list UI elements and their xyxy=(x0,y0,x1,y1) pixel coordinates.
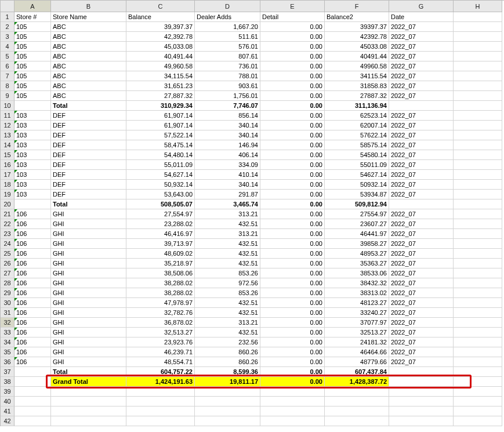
cell-B19[interactable]: DEF xyxy=(51,190,126,199)
row-header-14[interactable]: 14 xyxy=(1,140,14,150)
cell-H25[interactable] xyxy=(454,249,502,259)
cell-C33[interactable]: 32,513.27 xyxy=(126,328,195,337)
cell-G5[interactable]: 2022_07 xyxy=(389,52,454,61)
cell-H5[interactable] xyxy=(454,52,502,61)
cell-B4[interactable]: ABC xyxy=(51,42,126,52)
cell-E16[interactable]: 0.00 xyxy=(260,160,325,170)
cell-F15[interactable]: 54580.14 xyxy=(325,150,389,160)
cell-D34[interactable]: 232.56 xyxy=(195,337,260,347)
cell-F33[interactable]: 32513.27 xyxy=(325,328,389,337)
cell-E41[interactable] xyxy=(260,406,325,416)
cell-H18[interactable] xyxy=(454,180,502,190)
cell-A12[interactable]: 103 xyxy=(14,121,51,130)
row-header-26[interactable]: 26 xyxy=(1,259,14,268)
cell-G36[interactable]: 2022_07 xyxy=(389,357,454,367)
cell-D25[interactable]: 432.51 xyxy=(195,249,260,259)
cell-D7[interactable]: 788.01 xyxy=(195,71,260,81)
cell-G33[interactable]: 2022_07 xyxy=(389,328,454,337)
cell-C4[interactable]: 45,033.08 xyxy=(126,42,195,52)
cell-C19[interactable]: 53,643.00 xyxy=(126,190,195,199)
row-header-22[interactable]: 22 xyxy=(1,219,14,229)
cell-E14[interactable]: 0.00 xyxy=(260,140,325,150)
cell-H16[interactable] xyxy=(454,160,502,170)
cell-D42[interactable] xyxy=(195,416,260,426)
row-header-32[interactable]: 32 xyxy=(1,318,14,328)
cell-A15[interactable]: 103 xyxy=(14,150,51,160)
cell-F17[interactable]: 54627.14 xyxy=(325,170,389,180)
cell-H20[interactable] xyxy=(454,199,502,209)
cell-E6[interactable]: 0.00 xyxy=(260,61,325,71)
cell-A41[interactable] xyxy=(14,406,51,416)
cell-F16[interactable]: 55011.09 xyxy=(325,160,389,170)
cell-E38[interactable]: 0.00 xyxy=(260,377,325,387)
cell-A28[interactable]: 106 xyxy=(14,278,51,288)
cell-D40[interactable] xyxy=(195,397,260,406)
cell-F22[interactable]: 23607.27 xyxy=(325,219,389,229)
cell-E39[interactable] xyxy=(260,387,325,397)
row-header-12[interactable]: 12 xyxy=(1,121,14,130)
cell-E9[interactable]: 0.00 xyxy=(260,91,325,101)
row-header-24[interactable]: 24 xyxy=(1,239,14,249)
cell-D18[interactable]: 340.14 xyxy=(195,180,260,190)
cell-C38[interactable]: 1,424,191.63 xyxy=(126,377,195,387)
cell-C28[interactable]: 38,288.02 xyxy=(126,278,195,288)
cell-H13[interactable] xyxy=(454,130,502,140)
cell-F21[interactable]: 27554.97 xyxy=(325,209,389,219)
col-header-H[interactable]: H xyxy=(454,1,502,12)
cell-H24[interactable] xyxy=(454,239,502,249)
cell-B9[interactable]: ABC xyxy=(51,91,126,101)
cell-E17[interactable]: 0.00 xyxy=(260,170,325,180)
cell-F34[interactable]: 24181.32 xyxy=(325,337,389,347)
cell-A25[interactable]: 106 xyxy=(14,249,51,259)
cell-F40[interactable] xyxy=(325,397,389,406)
cell-E15[interactable]: 0.00 xyxy=(260,150,325,160)
cell-C8[interactable]: 31,651.23 xyxy=(126,81,195,91)
cell-E42[interactable] xyxy=(260,416,325,426)
cell-B35[interactable]: GHI xyxy=(51,347,126,357)
cell-E35[interactable]: 0.00 xyxy=(260,347,325,357)
cell-C13[interactable]: 57,522.14 xyxy=(126,130,195,140)
cell-C6[interactable]: 49,960.58 xyxy=(126,61,195,71)
cell-E12[interactable]: 0.00 xyxy=(260,121,325,130)
cell-G39[interactable] xyxy=(389,387,454,397)
cell-H17[interactable] xyxy=(454,170,502,180)
cell-H9[interactable] xyxy=(454,91,502,101)
cell-H42[interactable] xyxy=(454,416,502,426)
cell-H6[interactable] xyxy=(454,61,502,71)
row-header-39[interactable]: 39 xyxy=(1,387,14,397)
cell-A31[interactable]: 106 xyxy=(14,308,51,318)
cell-B30[interactable]: GHI xyxy=(51,298,126,308)
cell-C2[interactable]: 39,397.37 xyxy=(126,22,195,32)
cell-D21[interactable]: 313.21 xyxy=(195,209,260,219)
cell-D32[interactable]: 313.21 xyxy=(195,318,260,328)
cell-G19[interactable]: 2022_07 xyxy=(389,190,454,199)
cell-C21[interactable]: 27,554.97 xyxy=(126,209,195,219)
cell-B27[interactable]: GHI xyxy=(51,268,126,278)
cell-F29[interactable]: 38313.02 xyxy=(325,288,389,298)
cell-G38[interactable] xyxy=(389,377,454,387)
cell-D1[interactable]: Dealer Adds xyxy=(195,12,260,22)
cell-F36[interactable]: 48779.66 xyxy=(325,357,389,367)
cell-B1[interactable]: Store Name xyxy=(51,12,126,22)
cell-C5[interactable]: 40,491.44 xyxy=(126,52,195,61)
cell-D13[interactable]: 340.14 xyxy=(195,130,260,140)
cell-E26[interactable]: 0.00 xyxy=(260,259,325,268)
cell-C1[interactable]: Balance xyxy=(126,12,195,22)
cell-F41[interactable] xyxy=(325,406,389,416)
cell-D28[interactable]: 972.56 xyxy=(195,278,260,288)
cell-H40[interactable] xyxy=(454,397,502,406)
cell-D10[interactable]: 7,746.07 xyxy=(195,101,260,111)
cell-E5[interactable]: 0.00 xyxy=(260,52,325,61)
cell-G37[interactable] xyxy=(389,367,454,377)
cell-B8[interactable]: ABC xyxy=(51,81,126,91)
cell-A36[interactable]: 106 xyxy=(14,357,51,367)
cell-F32[interactable]: 37077.97 xyxy=(325,318,389,328)
cell-E40[interactable] xyxy=(260,397,325,406)
cell-A8[interactable]: 105 xyxy=(14,81,51,91)
cell-B41[interactable] xyxy=(51,406,126,416)
cell-E23[interactable]: 0.00 xyxy=(260,229,325,239)
cell-C37[interactable]: 604,757.22 xyxy=(126,367,195,377)
row-header-29[interactable]: 29 xyxy=(1,288,14,298)
cell-B18[interactable]: DEF xyxy=(51,180,126,190)
cell-G35[interactable]: 2022_07 xyxy=(389,347,454,357)
